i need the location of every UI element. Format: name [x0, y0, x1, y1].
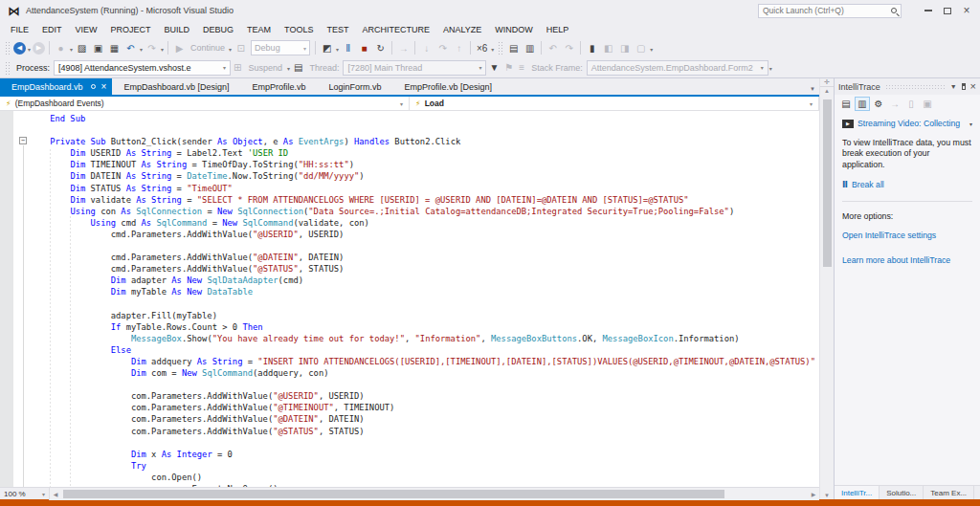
horizontal-scroll-thumb[interactable] [63, 490, 724, 498]
next-bookmark-icon[interactable]: ◨ [617, 40, 632, 55]
streaming-video-link[interactable]: Streaming Video: Collecting [858, 119, 969, 128]
save-icon[interactable]: ▣ [91, 40, 105, 55]
menu-team[interactable]: TEAM [240, 23, 278, 36]
menu-build[interactable]: BUILD [158, 23, 197, 36]
window-position-icon[interactable]: ▼ [950, 83, 957, 90]
continue-button[interactable]: Continue [190, 43, 225, 53]
watch-window-icon[interactable]: ▥ [523, 40, 537, 55]
settings-gear-icon[interactable]: ⚙ [871, 97, 886, 111]
pin-icon[interactable] [962, 83, 966, 90]
toolbar-grip[interactable] [5, 61, 10, 75]
horizontal-scrollbar[interactable]: ◀ ▶ [50, 488, 819, 500]
restart-icon[interactable]: ↻ [373, 40, 388, 55]
side-tab-teamex[interactable]: Team Ex... [924, 486, 974, 499]
menu-help[interactable]: HELP [540, 23, 576, 36]
side-tab-solutio[interactable]: Solutio... [880, 486, 924, 499]
calls-view-icon[interactable]: ▥ [855, 97, 870, 111]
dropdown-arrow-icon[interactable]: ▾ [491, 44, 494, 53]
objects-combo[interactable]: ⚡ (EmpDashboard Events) ▾ [0, 97, 410, 110]
navigate-forward-icon[interactable]: ▶ [33, 42, 45, 55]
menu-edit[interactable]: EDIT [35, 23, 69, 36]
step-out-icon[interactable]: ↑ [452, 40, 466, 55]
scroll-down-icon[interactable]: ▼ [820, 493, 834, 498]
menu-view[interactable]: VIEW [69, 23, 104, 36]
save-log-icon[interactable]: ▣ [920, 97, 935, 111]
menu-file[interactable]: FILE [4, 23, 35, 36]
panel-close-icon[interactable]: × [970, 82, 976, 91]
code-editor[interactable]: − End Sub Private Sub Button2_Click(send… [0, 111, 819, 487]
scroll-right-icon[interactable]: ▶ [808, 488, 819, 500]
dropdown-arrow-icon[interactable]: ▾ [140, 44, 143, 53]
chevron-down-icon[interactable]: ▾ [969, 121, 972, 127]
toolbar-grip[interactable] [498, 41, 502, 55]
menu-tools[interactable]: TOOLS [278, 23, 320, 36]
thread-combo[interactable]: [7280] Main Thread▾ [343, 60, 486, 76]
tab-empdashboard-vb[interactable]: EmpDashboard.vb× [0, 78, 112, 95]
tab-empprofile-vb-design-[interactable]: EmpProfile.vb [Design] [393, 78, 504, 95]
vertical-scrollbar[interactable]: ✛ ▲ ▼ [819, 78, 834, 499]
scroll-left-icon[interactable]: ◀ [50, 488, 61, 500]
tab-empdashboard-vb-design-[interactable]: EmpDashboard.vb [Design] [112, 78, 240, 95]
continue-icon[interactable]: ▶ [172, 40, 187, 55]
suspend-button[interactable]: Suspend [248, 63, 282, 73]
show-next-statement-icon[interactable]: → [396, 40, 411, 55]
menu-test[interactable]: TEST [320, 23, 355, 36]
dropdown-arrow-icon[interactable]: ▾ [287, 63, 290, 72]
flag-icon[interactable]: ⚑ [504, 62, 513, 73]
redo-icon[interactable]: ↷ [145, 40, 159, 55]
toolbar-overflow-icon[interactable]: ▾ [769, 63, 772, 72]
diagnostic-tools-icon[interactable]: ◩ [320, 40, 334, 55]
toolbar-grip[interactable] [5, 41, 10, 55]
pin-icon[interactable] [91, 84, 96, 89]
menu-project[interactable]: PROJECT [104, 23, 158, 36]
breakpoint-gutter[interactable] [0, 111, 13, 487]
stack-frame-combo[interactable]: AttendanceSystem.EmpDashboard.Form2▾ [587, 60, 768, 76]
dropdown-arrow-icon[interactable]: ▾ [161, 44, 164, 53]
save-all-icon[interactable]: ▦ [107, 40, 122, 55]
side-tab-intellitr[interactable]: IntelliTr... [835, 486, 880, 499]
redo-close-icon[interactable]: ↷ [562, 40, 576, 55]
intellitrace-header[interactable]: IntelliTrace ▼ × [835, 78, 980, 95]
search-icon[interactable] [891, 8, 897, 13]
new-project-icon[interactable]: ● [54, 40, 68, 55]
step-over-icon[interactable]: ↷ [435, 40, 450, 55]
undo-close-icon[interactable]: ↶ [546, 40, 560, 55]
dropdown-arrow-icon[interactable]: ▾ [70, 44, 73, 53]
close-icon[interactable]: × [101, 83, 107, 91]
prev-bookmark-icon[interactable]: ◧ [601, 40, 615, 55]
memory-window-icon[interactable]: ▤ [506, 40, 521, 55]
filter-icon[interactable]: ▼ [489, 62, 499, 73]
menu-window[interactable]: WINDOW [488, 23, 540, 36]
dropdown-arrow-icon[interactable]: ▾ [650, 44, 653, 53]
open-file-icon[interactable]: ▨ [75, 40, 89, 55]
events-view-icon[interactable]: ▤ [838, 97, 854, 111]
breakpoints-window-icon[interactable]: ⊡ [234, 40, 248, 55]
toggle-bookmark-icon[interactable]: ▮ [585, 40, 599, 55]
solution-configurations-combo[interactable]: Debug▾ [251, 40, 310, 55]
break-all-icon[interactable]: Ⅱ [341, 40, 355, 55]
close-button[interactable]: × [957, 3, 976, 18]
step-into-icon[interactable]: ↓ [419, 40, 434, 55]
undo-icon[interactable]: ↶ [123, 40, 138, 55]
events-combo[interactable]: ⚡ Load ▾ [410, 97, 819, 110]
vertical-scroll-thumb[interactable] [823, 99, 832, 267]
open-log-icon[interactable]: ▯ [903, 97, 919, 111]
quick-launch-box[interactable] [758, 4, 902, 18]
tab-empprofile-vb[interactable]: EmpProfile.vb [240, 78, 317, 95]
quick-launch-input[interactable] [763, 6, 889, 15]
dropdown-arrow-icon[interactable]: ▾ [28, 44, 31, 53]
splitter-handle[interactable]: ✛ [820, 78, 834, 87]
hex-display-icon[interactable]: ×6 [475, 40, 489, 55]
panel-drag-texture[interactable] [885, 84, 945, 89]
navigate-back-icon[interactable]: ◀ [13, 42, 26, 55]
menu-architecture[interactable]: ARCHITECTURE [355, 23, 436, 36]
scroll-up-icon[interactable]: ▲ [820, 88, 834, 94]
process-combo[interactable]: [4908] AttendanceSystem.vshost.e▾ [54, 60, 231, 76]
break-all-link[interactable]: Break all [852, 180, 884, 189]
clear-bookmarks-icon[interactable]: ▢ [634, 40, 648, 55]
menu-debug[interactable]: DEBUG [196, 23, 240, 36]
minimize-button[interactable] [919, 3, 938, 18]
collapse-region-icon[interactable]: − [19, 137, 27, 144]
menu-analyze[interactable]: ANALYZE [436, 23, 488, 36]
maximize-button[interactable] [938, 3, 957, 18]
